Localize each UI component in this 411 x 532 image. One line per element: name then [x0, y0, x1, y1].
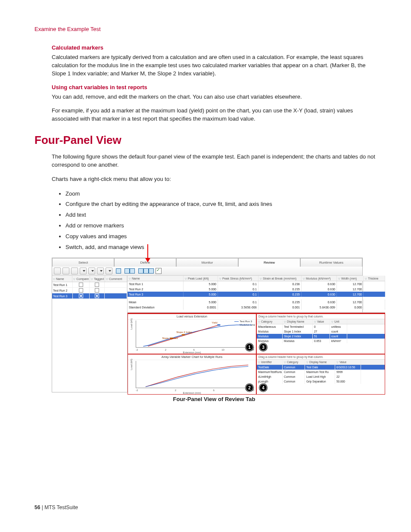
toolbar-icon[interactable] [54, 268, 61, 274]
chart-area[interactable]: Load (kN) Yield Slope 1 Index [136, 320, 254, 348]
checkbox-icon[interactable] [79, 283, 83, 287]
col-comment[interactable]: Comment [105, 276, 127, 282]
toolbar-dropdown-icon[interactable] [88, 268, 95, 274]
tab-review[interactable]: Review [238, 258, 300, 267]
list-item: Add text [65, 211, 377, 220]
cell-compare[interactable] [73, 293, 90, 299]
col[interactable]: Identifier [257, 360, 283, 364]
cell: pLength [257, 379, 283, 384]
grid-row[interactable]: dLimitHigh Common Load Limit High 22 [257, 374, 385, 379]
toolbar-icon[interactable] [62, 268, 69, 274]
cell [364, 299, 385, 305]
table-row-selected[interactable]: Test Run 3 5.000 0.1 0.235 0.630 12.700 [128, 292, 385, 297]
cell: 0.000 [337, 305, 364, 310]
panel-1-chart[interactable]: Load versus Extension Test Run 3 Modulus… [128, 314, 256, 354]
col-tagged[interactable]: Tagged [90, 276, 105, 282]
cell-name: Test Run 1 [52, 282, 73, 287]
panel-2-chart[interactable]: Array-Variable Marker Chart for Multiple… [128, 354, 256, 395]
checkbox-icon[interactable] [79, 294, 83, 298]
cell: dLimitHigh [257, 374, 283, 379]
cell-name: Test Run 2 [52, 288, 73, 293]
document-page: Examine the Example Test Calculated mark… [0, 0, 411, 532]
cell: 0.001 [258, 305, 302, 310]
cell: Test Run 3 [128, 292, 184, 297]
layout-four-icon[interactable] [138, 268, 154, 274]
callout-arrow-icon [147, 244, 148, 261]
toolbar-icon[interactable] [71, 268, 78, 274]
svg-point-1 [217, 324, 221, 326]
checkbox-icon[interactable] [79, 288, 83, 292]
tab-runtime-values[interactable]: Runtime Values [300, 258, 362, 267]
marker-label: Slope 2 Index [176, 331, 192, 333]
toolbar-dropdown-icon[interactable] [106, 268, 112, 274]
cell-tagged[interactable] [90, 288, 105, 293]
cell: 6/3/2013 10:50 [335, 365, 361, 370]
cell: 5.000 [184, 281, 218, 286]
grid-row[interactable]: MaximumTestRuns Common Maximum Test Ru 9… [257, 370, 385, 374]
grid-header: Identifier Category Display Name Value [257, 360, 385, 365]
col-name[interactable]: Name [52, 276, 72, 282]
grid-row[interactable]: Modulus Slope 1 Index 27 count [257, 329, 385, 334]
checkbox-icon[interactable] [95, 288, 99, 292]
tab-select[interactable]: Select [52, 258, 114, 267]
grid-row[interactable]: Modulus Modulus 0.653 kN/mm² [257, 339, 385, 343]
col[interactable]: Category [257, 319, 283, 324]
cell: 0.0001 [184, 305, 218, 310]
col[interactable]: Peak Stress (kN/mm²) [218, 276, 258, 281]
col-compare[interactable]: Compare [72, 276, 90, 282]
grid-row-selected[interactable]: Modulus Slope 2 Index 51 count [257, 334, 385, 339]
col[interactable]: Peak Load (kN) [184, 276, 218, 281]
col[interactable]: Name [128, 276, 184, 281]
toolbar-dropdown-icon[interactable] [80, 268, 87, 274]
panel-4-grid[interactable]: Drag a column header here to group by th… [256, 354, 385, 395]
cell: kN/mm² [330, 339, 347, 343]
col[interactable]: Value [313, 319, 330, 324]
col[interactable]: Unit [330, 319, 347, 324]
tab-monitor[interactable]: Monitor [176, 258, 238, 267]
runs-table: Name Peak Load (kN) Peak Stress (kN/mm²)… [128, 276, 385, 313]
list-item: Zoom [65, 190, 377, 199]
col[interactable]: Display Name [305, 360, 335, 364]
col[interactable]: Category [283, 360, 305, 364]
cell-tagged[interactable] [90, 282, 105, 287]
cell-comment [105, 282, 127, 287]
toolbar-checkbox[interactable] [156, 268, 162, 274]
cell-compare[interactable] [73, 288, 90, 293]
grid-header: Category Display Name Value Unit [257, 319, 385, 324]
grid-row[interactable]: Test Run 1 [52, 282, 127, 288]
app-tabs: Select Define Monitor Review Runtime Val… [52, 258, 362, 267]
col[interactable]: Value [335, 360, 361, 364]
col[interactable]: Strain at Break (mm/mm) [258, 276, 302, 281]
cell [364, 292, 385, 297]
layout-two-icon[interactable] [125, 268, 135, 274]
toolbar-dropdown-icon[interactable] [97, 268, 104, 274]
cell: Miscellaneous [257, 324, 283, 329]
cell-compare[interactable] [73, 282, 90, 287]
cell-tagged[interactable] [90, 293, 105, 299]
col[interactable]: Display Name [283, 319, 313, 324]
col[interactable]: Width (mm) [337, 276, 364, 281]
table-row-std: Standard Deviation 0.0001 3.565E-006 0.0… [128, 305, 385, 310]
list-item: Configure the chart by editing the appea… [65, 200, 377, 209]
col[interactable]: Modulus (kN/mm²) [302, 276, 337, 281]
cell-name: Test Run 3 [52, 293, 73, 299]
grid-row[interactable]: Test Run 2 [52, 288, 127, 293]
checkbox-icon[interactable] [95, 283, 99, 287]
layout-single-icon[interactable] [116, 268, 121, 274]
grid-row[interactable]: Miscellaneous Test Terminated 0 unitless [257, 324, 385, 329]
grid-row-selected[interactable]: TestDate Common Test Date 6/3/2013 10:50 [257, 365, 385, 370]
chart-area[interactable]: Load (kN) [136, 361, 254, 388]
col[interactable]: Thickne [364, 276, 385, 281]
cell: Modulus [257, 339, 283, 343]
cell: Common [283, 365, 305, 370]
cell: unitless [330, 324, 347, 329]
table-row[interactable]: Test Run 2 5.000 0.1 0.235 0.630 12.700 [128, 286, 385, 292]
x-axis-label: Extension (mm) [128, 351, 256, 354]
cell: 0.1 [218, 286, 258, 292]
panel-3-grid[interactable]: Drag a column header here to group by th… [256, 314, 385, 354]
grid-row[interactable]: pLength Common Grip Separation 50.800 [257, 379, 385, 384]
table-row[interactable]: Test Run 1 5.000 0.1 0.236 0.630 12.700 [128, 281, 385, 286]
panel-title: Load versus Extension [128, 314, 256, 320]
checkbox-icon[interactable] [95, 294, 99, 298]
grid-row-selected[interactable]: Test Run 3 [52, 293, 127, 299]
